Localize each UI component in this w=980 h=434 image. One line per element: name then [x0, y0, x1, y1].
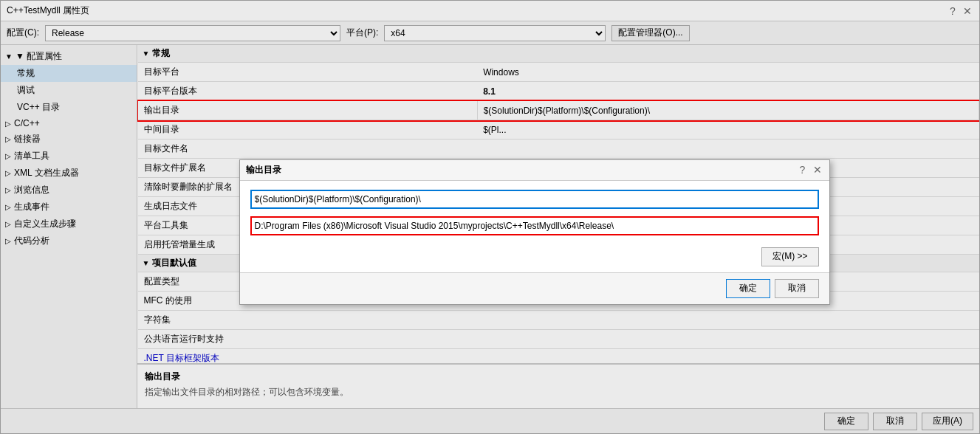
dialog-cancel-button[interactable]: 取消 [775, 279, 819, 298]
output-dir-dialog: 输出目录 ? ✕ D:\Program Files (x86)\Microsof… [239, 159, 830, 305]
dialog-footer: 确定 取消 [240, 272, 829, 304]
dialog-title: 输出目录 [246, 164, 281, 176]
modal-overlay: 输出目录 ? ✕ D:\Program Files (x86)\Microsof… [1, 1, 979, 433]
dialog-close-button[interactable]: ✕ [812, 164, 823, 176]
main-window: C++TestMydll 属性页 ? ✕ 配置(C): Release 平台(P… [0, 0, 980, 434]
dialog-macro-row: 宏(M) >> [240, 244, 829, 272]
dialog-title-bar: 输出目录 ? ✕ [240, 160, 829, 181]
dialog-ok-button[interactable]: 确定 [726, 279, 770, 298]
dialog-help-button[interactable]: ? [797, 164, 809, 176]
dialog-body: D:\Program Files (x86)\Microsoft Visual … [240, 181, 829, 244]
dialog-controls: ? ✕ [797, 164, 823, 176]
dialog-resolved-value: D:\Program Files (x86)\Microsoft Visual … [250, 216, 819, 235]
dialog-input-field[interactable] [250, 190, 819, 209]
macro-button[interactable]: 宏(M) >> [761, 247, 818, 266]
